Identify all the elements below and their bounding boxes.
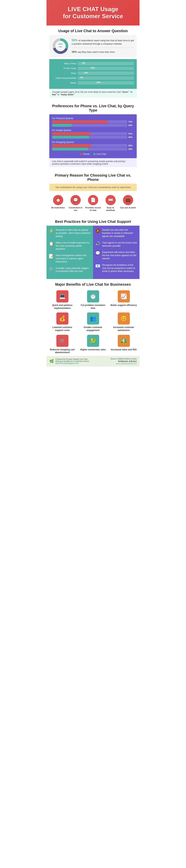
benefit-icon: 💵 [118, 335, 130, 347]
pref-row: For Shopping Queries 52% 48% [52, 141, 134, 151]
footer-left-text: Powered by Provide Support Live Chat Aim… [55, 358, 89, 364]
best-text: Experiment with where and when the live … [102, 251, 137, 260]
benefit-icon: 💻 [56, 290, 68, 302]
legend-livechat: Live Chat [93, 153, 106, 155]
reason-label: No hold times [50, 206, 66, 209]
legend-phone: Phone [80, 153, 90, 155]
livechat-bar [52, 124, 127, 127]
phone-bar [52, 132, 127, 135]
bar-value: 30% [91, 67, 95, 69]
best-practice-item: 📝 Have management review chat transcript… [49, 254, 91, 263]
reasons-title: Primary Reason for Choosing Live Chat vs… [46, 170, 140, 184]
benefit-item: 📈 Better support efficiency [110, 290, 137, 310]
pref-bar-chart: For Financial Queries 74% 26% For Simple… [49, 114, 137, 158]
benefit-icon: 🛒 [56, 335, 68, 347]
benefits-section: Major Benefits of Live Chat for Business… [46, 279, 140, 356]
best-text: Train agents to use the brand voice when… [102, 241, 137, 248]
benefit-label: Increased customer satisfaction [110, 326, 137, 332]
best-text: Have management review chat transcripts … [56, 254, 91, 263]
usage-bar-row: Once 13% [52, 71, 134, 75]
benefit-item: 💹 Higher conversion rates [79, 335, 107, 354]
pref-row-label: For Financial Queries [52, 117, 134, 120]
reason-label: Provides record of chat [85, 206, 101, 212]
usage-section: Usage of Live Chat to Answer Question 56… [46, 26, 140, 100]
benefit-item: 😊 Increased customer satisfaction [110, 312, 137, 332]
preferences-title: Preferences for Phone vs. Live Chat, by … [46, 100, 140, 114]
best-text: Consider using automatic triggers to pro… [56, 267, 91, 273]
best-practice-item: ⚙️ Consider using automatic triggers to … [49, 267, 91, 273]
best-text: Respond to new chats as quickly as possi… [56, 228, 91, 238]
header-title: LIVE CHAT Usage for Customer Service [50, 6, 136, 20]
benefit-icon: 📈 [118, 290, 130, 302]
benefit-item: 💵 Increased sales and ROI [110, 335, 137, 354]
benefit-label: Cut problem resolution time [79, 304, 107, 310]
stat1-text: of respondents report using live chat at… [72, 39, 134, 45]
phone-bar [52, 144, 127, 147]
best-icon: 💬 [95, 251, 100, 255]
livechat-pct: 49% [128, 136, 134, 138]
bar-outer: 9% [78, 62, 134, 65]
benefit-label: Better support efficiency [110, 304, 137, 307]
usage-bar-row: Many Times 9% [52, 62, 134, 65]
benefits-grid: 💻 Quick and painless implementation ⏱️ C… [46, 288, 140, 356]
reason-label: Convenient in use [68, 206, 84, 212]
benefit-icon: ⏱️ [87, 290, 99, 302]
bar-label: A Few Times [52, 67, 76, 70]
benefit-label: Increased sales and ROI [110, 348, 137, 351]
bar-outer: 13% [78, 71, 134, 75]
best-practice-item: 📋 Make a list of model responses for the… [49, 241, 91, 251]
dual-bar: 52% 48% [52, 144, 134, 151]
bar-label: Once [52, 72, 76, 74]
footer-right: Source: Software Advice survey Software … [111, 358, 137, 365]
stat1-pct: 56% [72, 39, 78, 42]
best-icon: ⚡ [49, 228, 54, 233]
benefit-label: Quick and painless implementation [49, 304, 76, 310]
reason-icon: ⌨️ [105, 195, 116, 205]
svg-text:39%: 39% [59, 46, 62, 48]
reason-label: Can use at work [120, 206, 136, 209]
best-text: Disable live chat when the business is c… [102, 228, 137, 238]
reason-item: 📄 Provides record of chat [85, 195, 101, 212]
usage-title: Usage of Live Chat to Answer Question [46, 26, 140, 35]
best-icon: 🔊 [95, 241, 100, 246]
usage-text: 56% of respondents report using live cha… [72, 39, 134, 54]
benefit-label: Higher conversion rates [79, 348, 107, 351]
best-icon: 📧 [95, 264, 100, 269]
bar-value: 4% [80, 76, 83, 79]
reasons-box: Top motivations for using Live Chat are … [49, 184, 137, 191]
pref-legend: Phone Live Chat [52, 153, 134, 155]
bar-value: 44% [96, 81, 101, 84]
phone-bar [52, 120, 127, 123]
best-text: Make a list of model responses for the m… [56, 241, 91, 251]
pref-row: For Financial Queries 74% 26% [52, 117, 134, 127]
reason-icon: ⏰ [53, 195, 63, 205]
benefit-label: Lowered customer support costs [49, 326, 76, 332]
reasons-icons: ⏰ No hold times 💬 Convenient in use 📄 Pr… [49, 193, 137, 214]
footer-logo-icon: 🌿 [49, 359, 54, 363]
benefits-title: Major Benefits of Live Chat for Business… [46, 279, 140, 288]
reason-icon: 💼 [123, 195, 133, 205]
best-icon: ⚙️ [49, 267, 54, 272]
reason-item: ⏰ No hold times [50, 195, 66, 212]
best-practices-section: Best Practices for Using Live Chat Suppo… [46, 216, 140, 279]
preferences-section: Preferences for Phone vs. Live Chat, by … [46, 100, 140, 170]
bar-label: Never [52, 82, 76, 84]
donut-chart: 56% 39% [52, 38, 69, 55]
dual-bar: 74% 26% [52, 120, 134, 127]
bar-outer: 4% [78, 76, 134, 80]
benefit-item: 💰 Lowered customer support costs [49, 312, 76, 332]
usage-stats-box: 56% 39% 56% of respondents report using … [49, 35, 137, 57]
benefit-item: 👥 Greater customer engagement [79, 312, 107, 332]
pref-row-label: For Shopping Queries [52, 141, 134, 144]
bar-outer: 30% [78, 67, 134, 70]
best-practice-item: ⚡ Respond to new chats as quickly as pos… [49, 228, 91, 238]
pref-row-label: For Simple Queries [52, 129, 134, 132]
best-col-left: ⚡ Respond to new chats as quickly as pos… [46, 226, 93, 279]
best-text: Recognize the limitations of live chat a… [102, 264, 137, 273]
reasons-section: Primary Reason for Choosing Live Chat vs… [46, 170, 140, 216]
livechat-bar [52, 148, 127, 151]
reason-icon: 💬 [70, 195, 81, 205]
best-icon: 🔕 [95, 228, 100, 233]
dual-bar: 51% 49% [52, 132, 134, 138]
benefit-item: 🛒 Reduced shopping cart abandonment [49, 335, 76, 354]
